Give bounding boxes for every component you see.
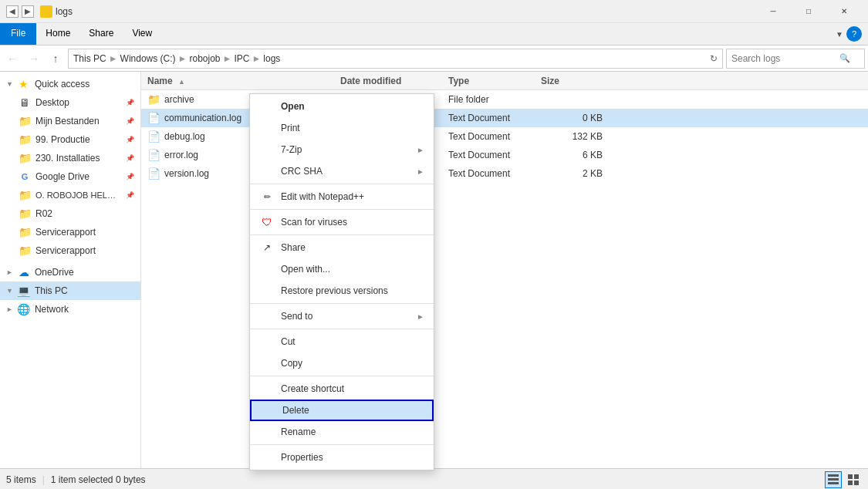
maximize-button[interactable]: □: [791, 0, 826, 23]
svg-rect-0: [828, 474, 839, 477]
col-name-header[interactable]: Name ▲: [147, 76, 340, 86]
title-icon-forward[interactable]: ▶: [22, 5, 34, 18]
sidebar-label-thispc: This PC: [35, 285, 68, 296]
address-path[interactable]: This PC ► Windows (C:) ► robojob ► IPC ►…: [68, 49, 723, 69]
ctx-notepadpp-icon: ✏: [259, 189, 275, 204]
refresh-icon[interactable]: ↻: [710, 53, 718, 64]
sidebar-item-servicerapport1[interactable]: 📁 Servicerapport: [0, 223, 140, 241]
col-type-header[interactable]: Type: [448, 76, 541, 86]
ctx-createshortcut[interactable]: Create shortcut: [250, 378, 434, 400]
breadcrumb-thispc[interactable]: This PC: [73, 53, 106, 64]
column-headers: Name ▲ Date modified Type Size: [141, 72, 868, 90]
sidebar-item-productie[interactable]: 📁 99. Productie 📌: [0, 130, 140, 149]
breadcrumb-robojob[interactable]: robojob: [189, 53, 220, 64]
view-large-button[interactable]: [845, 471, 862, 488]
ctx-copy-icon: [259, 356, 275, 371]
breadcrumb-ipc[interactable]: IPC: [234, 53, 249, 64]
selected-info: 1 item selected: [51, 474, 113, 485]
sidebar-item-servicerapport2[interactable]: 📁 Servicerapport: [0, 241, 140, 260]
sidebar-item-robojob[interactable]: 📁 O. ROBOJOB HELPDESK 📌: [0, 186, 140, 204]
address-bar: ← → ↑ This PC ► Windows (C:) ► robojob ►…: [0, 46, 868, 72]
breadcrumb-logs[interactable]: logs: [263, 53, 280, 64]
txt-icon4: 📄: [147, 167, 160, 180]
title-bar-icons: ◀ ▶: [6, 5, 34, 18]
minimize-button[interactable]: ─: [755, 0, 791, 23]
ctx-crcsha-arrow: ►: [417, 167, 424, 176]
ribbon-expand-icon[interactable]: ▼: [836, 30, 843, 39]
ctx-open-label: Open: [281, 101, 424, 112]
breadcrumb-windows[interactable]: Windows (C:): [120, 53, 176, 64]
tab-view[interactable]: View: [123, 23, 161, 45]
tab-share[interactable]: Share: [79, 23, 123, 45]
sidebar-label-network: Network: [35, 304, 69, 315]
ctx-cut-label: Cut: [281, 336, 424, 347]
ctx-print[interactable]: Print: [250, 117, 434, 139]
network-icon: 🌐: [18, 303, 30, 315]
sidebar-item-onedrive[interactable]: ► ☁ OneDrive: [0, 263, 140, 282]
folder-icon5: 📁: [19, 207, 31, 220]
sidebar-label-googledrive: Google Drive: [35, 171, 90, 182]
ctx-copy[interactable]: Copy: [250, 352, 434, 374]
search-icon: 🔍: [839, 53, 850, 63]
sidebar-label-quickaccess: Quick access: [35, 79, 90, 89]
ctx-delete[interactable]: Delete: [250, 400, 434, 421]
sidebar-label-desktop: Desktop: [35, 97, 69, 108]
col-date-header[interactable]: Date modified: [340, 76, 448, 86]
ctx-sendto[interactable]: Send to ►: [250, 305, 434, 327]
search-input[interactable]: [731, 53, 839, 64]
folder-icon3: 📁: [19, 152, 31, 164]
title-icon-back[interactable]: ◀: [6, 5, 19, 18]
svg-rect-4: [854, 474, 859, 479]
pin-icon5: 📌: [126, 173, 134, 180]
ctx-print-icon: [259, 120, 275, 136]
svg-rect-1: [828, 478, 839, 481]
sidebar-item-r02[interactable]: 📁 R02: [0, 204, 140, 223]
back-button[interactable]: ←: [3, 49, 22, 68]
ctx-scanvirus[interactable]: 🛡 Scan for viruses: [250, 211, 434, 233]
ctx-rename[interactable]: Rename: [250, 421, 434, 443]
ctx-restore[interactable]: Restore previous versions: [250, 280, 434, 302]
ctx-cut[interactable]: Cut: [250, 331, 434, 352]
folder-icon7: 📁: [19, 244, 31, 257]
ctx-7zip-arrow: ►: [417, 146, 424, 154]
close-button[interactable]: ✕: [826, 0, 862, 23]
sidebar-label-robojob: O. ROBOJOB HELPDESK: [35, 191, 121, 200]
ctx-createshortcut-icon: [259, 381, 275, 396]
ctx-7zip[interactable]: 7-Zip ►: [250, 139, 434, 160]
sidebar-label-productie: 99. Productie: [35, 134, 90, 145]
sidebar-item-desktop[interactable]: 🖥 Desktop 📌: [0, 93, 140, 112]
sidebar-item-thispc[interactable]: ▼ 💻 This PC: [0, 282, 140, 300]
file-type: Text Document: [448, 113, 541, 123]
sidebar-item-mijnbestanden[interactable]: 📁 Mijn Bestanden 📌: [0, 112, 140, 130]
details-view-icon: [828, 474, 839, 485]
help-icon[interactable]: ?: [846, 26, 862, 42]
tab-home[interactable]: Home: [36, 23, 79, 45]
ctx-openwith[interactable]: Open with...: [250, 258, 434, 280]
sidebar-item-network[interactable]: ► 🌐 Network: [0, 300, 140, 319]
ctx-notepadpp[interactable]: ✏ Edit with Notepad++: [250, 186, 434, 207]
view-details-button[interactable]: [825, 471, 842, 488]
sidebar-label-onedrive: OneDrive: [35, 267, 74, 278]
ctx-sendto-arrow: ►: [417, 312, 424, 321]
sidebar-item-quickaccess[interactable]: ▼ ★ Quick access: [0, 75, 140, 93]
ctx-open[interactable]: Open: [250, 96, 434, 117]
ctx-properties-label: Properties: [281, 452, 424, 463]
tab-file[interactable]: File: [0, 23, 36, 45]
ctx-properties[interactable]: Properties: [250, 447, 434, 468]
forward-button[interactable]: →: [25, 49, 43, 68]
ctx-share[interactable]: ↗ Share: [250, 237, 434, 258]
txt-icon3: 📄: [147, 149, 160, 161]
ctx-share-icon: ↗: [259, 240, 275, 255]
ctx-sep4: [250, 303, 434, 304]
sidebar-item-installaties[interactable]: 📁 230. Installaties 📌: [0, 149, 140, 167]
up-button[interactable]: ↑: [46, 49, 65, 68]
expand-icon4: ►: [6, 305, 13, 313]
sidebar-item-googledrive[interactable]: G Google Drive 📌: [0, 167, 140, 186]
search-box[interactable]: 🔍: [726, 49, 865, 69]
file-size: 132 KB: [541, 131, 603, 142]
file-type: Text Document: [448, 150, 541, 160]
col-size-header[interactable]: Size: [541, 76, 603, 86]
svg-rect-5: [848, 481, 853, 485]
onedrive-icon: ☁: [18, 266, 30, 278]
ctx-crcsha[interactable]: CRC SHA ►: [250, 160, 434, 182]
